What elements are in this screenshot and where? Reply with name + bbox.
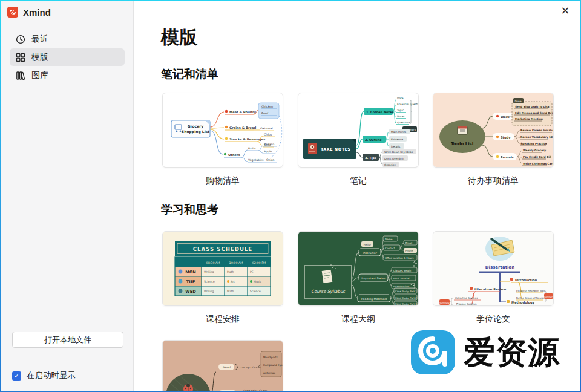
node-compound-eyes: Compound Eyes [263, 364, 283, 367]
sidebar-nav: 最近 模版 图库 [10, 30, 125, 85]
branch-instructor: Instructor [363, 252, 376, 255]
node-essential-question: Essential question [397, 103, 418, 106]
node-chips: Chips [264, 133, 272, 136]
clock-icon [16, 34, 25, 44]
schedule-template-preview: CLASS SCHEDULE 08:30 AM 10:00 AM 02:00 P… [163, 232, 283, 305]
node-main-points: Main Points [391, 131, 407, 134]
node-banana: Banana [264, 143, 275, 146]
cell-tue-3: Music [254, 280, 262, 283]
templates-grid-icon [16, 53, 25, 62]
node-beef: Beef [261, 112, 268, 115]
template-card-dissertation[interactable]: Dissertation Introduction Establish Rese… [433, 231, 554, 306]
watermark: 爱资源 [410, 330, 560, 375]
node-chicken: Chicken [261, 105, 273, 108]
syllabus-title: Course Syllabus [311, 289, 346, 294]
node-apple: Apple [264, 150, 272, 153]
xmind-logo-icon [7, 7, 18, 18]
ladybug-template-preview: Ladybug Head On Top Of Its Pronotum Mout… [163, 341, 283, 391]
branch-important-dates: Important Dates [361, 277, 386, 280]
show-on-startup-label: 在启动时显示 [27, 370, 76, 381]
node-evidence: Evidence [391, 138, 403, 141]
template-card-course-syllabus[interactable]: Course Syllabus Hello! Instructor Name C… [298, 231, 419, 306]
card-label-todo: 待办事项清单 [433, 175, 554, 186]
todo-title: To-do List [451, 142, 474, 146]
node-topic: Topic [396, 109, 404, 112]
node-name: Name [385, 238, 393, 241]
xmind-template-window: Xmind 最近 模版 [1, 1, 580, 391]
node-case1: Case Study: Part 1 [395, 290, 417, 293]
section-notes-and-lists: 笔记和清单 [161, 67, 218, 82]
node-work1: Send Blog Draft To Lisa [515, 105, 549, 108]
tag-summary-right: Summary [543, 296, 553, 298]
node-work3: Marketing Meeting [515, 117, 543, 120]
node-study3: Speaking Practice [520, 142, 547, 145]
cell-mon-1: Writing [204, 270, 214, 273]
cell-wed-1: Writing [204, 290, 214, 293]
template-card-ladybug[interactable]: Ladybug Head On Top Of Its Pronotum Mout… [162, 340, 283, 391]
sidebar: Xmind 最近 模版 [1, 1, 134, 391]
card-label-dissertation: 学位论文 [433, 314, 554, 325]
time-0830: 08:30 AM [206, 261, 220, 264]
sidebar-item-templates[interactable]: 模版 [10, 48, 125, 66]
sidebar-item-label: 最近 [31, 34, 48, 45]
node-examination: Examination [393, 285, 410, 288]
library-books-icon [16, 71, 25, 80]
node-errand1: Weekly Grocery [523, 149, 546, 152]
tag-hello: Hello! [364, 243, 372, 246]
day-wed: WED [185, 289, 196, 294]
node-office: Office Location & Hours [385, 256, 413, 260]
branch-introduction: Introduction [515, 278, 537, 282]
node-classes-begin: Classes Begin [393, 269, 411, 272]
node-tip1: Write Down Key Ideas [384, 151, 413, 154]
node-vegetables: Vegetables [248, 158, 264, 162]
window-frame: Xmind 最近 模版 [0, 0, 581, 392]
cell-mon-3: PE [250, 270, 254, 273]
node-phone: Phone [405, 249, 413, 252]
branch-meat: Meat & Poultry [229, 110, 257, 114]
show-on-startup-checkbox[interactable]: ✓ [12, 371, 21, 381]
cell-tue-1: Science [204, 280, 215, 283]
node-oatmeal: Oatmeal [260, 127, 273, 130]
open-local-file-button[interactable]: 打开本地文件 [12, 332, 123, 348]
node-study1: Review Korean Vocabulary [520, 129, 553, 132]
syllabus-template-preview: Course Syllabus Hello! Instructor Name C… [298, 232, 418, 305]
branch-head: Head [222, 365, 231, 369]
branch-work: Work [501, 115, 510, 119]
node-establish-topic: Establish Research Topic [516, 289, 546, 292]
cell-tue-2: Art [231, 280, 235, 283]
take-notes-title: TAKE NOTES [321, 147, 350, 152]
node-work2: Edit Memos And Send Demo [515, 111, 553, 114]
watermark-text: 爱资源 [464, 332, 560, 374]
node-onion: Onion [266, 158, 275, 162]
page-title: 模版 [161, 25, 197, 50]
branch-tips: 3. Tips [365, 156, 376, 160]
show-on-startup-row: ✓ 在启动时显示 [12, 370, 76, 381]
node-collecting-sources: Collecting Sources [455, 296, 478, 299]
node-errand3: Write Christmas Cards [523, 162, 553, 165]
sidebar-item-label: 模版 [31, 52, 48, 63]
node-antennae: Antennae [263, 371, 276, 374]
node-questions: Questions [397, 121, 411, 124]
template-card-shopping-list[interactable]: Grocery Shopping List Meat & Poultry Chi… [162, 93, 283, 168]
branch-methodology: Methodology [511, 301, 535, 305]
node-contact: Contact [385, 247, 395, 250]
branch-outline: 2. Outline [365, 138, 382, 142]
template-card-class-schedule[interactable]: CLASS SCHEDULE 08:30 AM 10:00 AM 02:00 P… [162, 231, 283, 306]
template-card-todo-list[interactable]: To-do List Work Done Send Blog Draft To … [433, 93, 554, 168]
template-card-notes[interactable]: TAKE NOTES 1. Cornell Notes Date Essenti… [298, 93, 419, 168]
sidebar-item-recent[interactable]: 最近 [10, 30, 125, 48]
app-brand: Xmind [7, 7, 51, 18]
aiziyuan-logo-icon [410, 330, 456, 375]
grocery-title-line2: Shopping List [182, 129, 209, 134]
node-case3: Case Study: Part 3 [395, 302, 417, 305]
branch-grains: Grains & Bread [229, 126, 257, 129]
node-fruits: Fruits [248, 147, 256, 150]
day-tue: TUE [186, 279, 195, 284]
close-button[interactable]: ✕ [558, 4, 573, 18]
sidebar-item-gallery[interactable]: 图库 [10, 67, 125, 84]
day-mon: MON [185, 270, 196, 275]
node-mouthparts: Mouthparts [263, 356, 278, 359]
grocery-title-line1: Grocery [188, 124, 204, 129]
branch-reading-materials: Reading Materials [361, 298, 387, 301]
sidebar-divider [1, 358, 133, 358]
